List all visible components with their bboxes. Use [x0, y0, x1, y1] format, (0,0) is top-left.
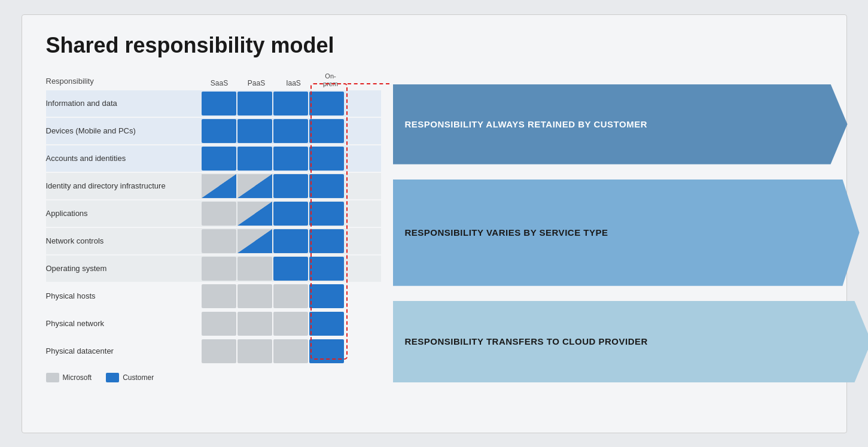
row-label: Operating system: [46, 264, 202, 273]
table-row: Physical hosts: [46, 283, 381, 309]
arrows-area: RESPONSIBILITY ALWAYS RETAINED BY CUSTOM…: [381, 72, 869, 382]
cell-onprem: [309, 284, 344, 308]
row-cells: [202, 284, 344, 308]
table-row: Identity and directory infrastructure: [46, 173, 381, 199]
cell-saas: [202, 202, 236, 226]
row-cells: [202, 147, 344, 171]
cell-saas: [202, 284, 236, 308]
row-label: Physical network: [46, 319, 202, 328]
cell-iaas: [273, 339, 308, 363]
col-iaas: IaaS: [276, 79, 312, 87]
cell-paas: [237, 92, 272, 115]
table-row: Network controls: [46, 228, 381, 254]
arrow-varies-label: RESPONSIBILITY VARIES BY SERVICE TYPE: [405, 227, 608, 238]
cell-onprem: [309, 174, 344, 198]
legend-customer-box: [106, 373, 119, 382]
page-title: Shared responsibility model: [46, 33, 823, 58]
cell-iaas: [273, 174, 308, 198]
col-onprem: On-prem: [313, 72, 349, 88]
legend-microsoft: Microsoft: [46, 373, 92, 382]
legend-customer-label: Customer: [123, 373, 154, 382]
table-row: Physical network: [46, 311, 381, 337]
cell-paas: [237, 312, 272, 336]
cell-iaas: [273, 312, 308, 336]
row-label: Identity and directory infrastructure: [46, 181, 202, 190]
header-row: Responsibility SaaS PaaS IaaS On-prem: [46, 72, 381, 88]
cell-saas: [202, 92, 236, 115]
row-label: Network controls: [46, 236, 202, 245]
row-cells: [202, 339, 344, 363]
legend: Microsoft Customer: [46, 373, 381, 382]
col-saas: SaaS: [202, 79, 237, 87]
cell-iaas: [273, 202, 308, 226]
table-row: Applications: [46, 200, 381, 227]
row-label: Physical datacenter: [46, 346, 202, 355]
cell-paas: [237, 284, 272, 308]
table-row: Operating system: [46, 256, 381, 282]
row-label: Applications: [46, 209, 202, 218]
row-cells: [202, 229, 344, 253]
table-row: Physical datacenter: [46, 338, 381, 364]
table-area: Responsibility SaaS PaaS IaaS On-prem In…: [46, 72, 381, 382]
arrow-varies: RESPONSIBILITY VARIES BY SERVICE TYPE: [393, 180, 860, 286]
row-label: Devices (Mobile and PCs): [46, 126, 202, 135]
row-label: Accounts and identities: [46, 154, 202, 163]
row-cells: [202, 174, 344, 198]
row-label: Information and data: [46, 99, 202, 108]
legend-microsoft-label: Microsoft: [63, 373, 92, 382]
cell-saas: [202, 312, 236, 336]
cell-onprem: [309, 92, 344, 115]
cell-iaas: [273, 147, 308, 171]
cell-onprem: [309, 257, 344, 281]
cell-onprem: [309, 119, 344, 143]
table-row: Information and data: [46, 90, 381, 117]
legend-microsoft-box: [46, 373, 59, 382]
cell-onprem: [309, 339, 344, 363]
table-row: Accounts and identities: [46, 145, 381, 172]
cell-saas: [202, 147, 236, 171]
arrow-cloud-label: RESPONSIBILITY TRANSFERS TO CLOUD PROVID…: [405, 336, 648, 346]
cell-iaas: [273, 229, 308, 253]
cell-saas: [202, 174, 236, 198]
cell-onprem: [309, 229, 344, 253]
cell-paas: [237, 119, 272, 143]
legend-customer: Customer: [106, 373, 154, 382]
cell-paas: [237, 339, 272, 363]
col-paas: PaaS: [239, 79, 275, 87]
row-cells: [202, 202, 344, 226]
arrow-cloud: RESPONSIBILITY TRANSFERS TO CLOUD PROVID…: [393, 301, 869, 382]
cell-onprem: [309, 312, 344, 336]
cell-iaas: [273, 257, 308, 281]
cell-paas: [237, 202, 272, 226]
arrow-customer-label: RESPONSIBILITY ALWAYS RETAINED BY CUSTOM…: [405, 119, 648, 129]
cell-iaas: [273, 284, 308, 308]
cell-onprem: [309, 147, 344, 171]
row-cells: [202, 257, 344, 281]
data-rows: Information and dataDevices (Mobile and …: [46, 90, 381, 364]
cell-saas: [202, 119, 236, 143]
cell-saas: [202, 229, 236, 253]
col-headers: SaaS PaaS IaaS On-prem: [202, 72, 349, 88]
cell-saas: [202, 257, 236, 281]
cell-onprem: [309, 202, 344, 226]
cell-saas: [202, 339, 236, 363]
cell-iaas: [273, 92, 308, 115]
cell-paas: [237, 174, 272, 198]
cell-paas: [237, 229, 272, 253]
cell-paas: [237, 257, 272, 281]
arrow-customer: RESPONSIBILITY ALWAYS RETAINED BY CUSTOM…: [393, 84, 848, 165]
row-cells: [202, 92, 344, 115]
row-label: Physical hosts: [46, 291, 202, 300]
responsibility-header: Responsibility: [46, 77, 202, 88]
slide: Shared responsibility model Responsibili…: [22, 14, 847, 433]
row-cells: [202, 312, 344, 336]
row-cells: [202, 119, 344, 143]
cell-paas: [237, 147, 272, 171]
table-row: Devices (Mobile and PCs): [46, 118, 381, 144]
cell-iaas: [273, 119, 308, 143]
content-area: Responsibility SaaS PaaS IaaS On-prem In…: [46, 72, 823, 382]
